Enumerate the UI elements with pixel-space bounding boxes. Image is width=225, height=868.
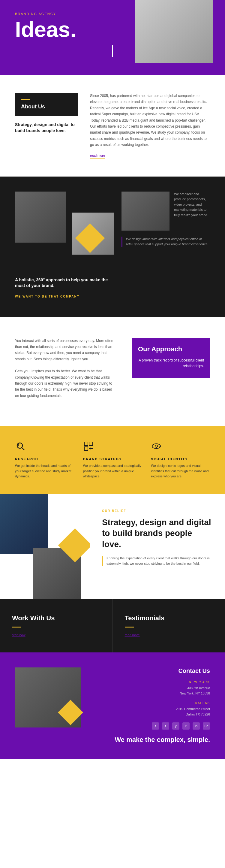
dark-section: A holistic, 360° approach to help you ma… (0, 177, 225, 317)
contact-img-wrapper (15, 668, 81, 744)
about-right: Since 2005, has partnered with hot start… (90, 93, 210, 158)
strategy-label: OUR BELIEF (102, 509, 213, 513)
contact-tagline: We make the complex, simple. (90, 736, 210, 744)
service-brand-strategy-title: BRAND STRATEGY (83, 457, 142, 461)
testimonials-read-more[interactable]: read more (125, 633, 140, 637)
about-subtitle: Strategy, design and digital to build br… (15, 122, 78, 134)
contact-title: Contact Us (90, 668, 210, 674)
pinterest-icon[interactable]: P (183, 722, 190, 730)
svg-rect-4 (84, 442, 88, 445)
instagram-icon[interactable]: in (193, 722, 200, 730)
read-more-link[interactable]: read more (90, 154, 105, 158)
testimonials-title: Testimonials (125, 614, 213, 622)
work-title: Work With Us (12, 614, 100, 622)
contact-right: Contact Us NEW YORK 303 5th Avenue New Y… (90, 668, 210, 744)
contact-new-york-label: NEW YORK (90, 680, 210, 684)
testimonials-block: Testimonials read more (113, 599, 225, 652)
dark-italic-block: We design immersive interiors and physic… (122, 237, 210, 247)
work-underline (12, 627, 21, 627)
work-block: Work With Us start now (0, 599, 113, 652)
service-research: RESEARCH We get inside the heads and hea… (15, 441, 74, 479)
svg-point-10 (155, 445, 158, 447)
about-box: About Us (15, 93, 78, 116)
dark-cta[interactable]: WE WANT TO BE THAT COMPANY (15, 295, 79, 298)
strategy-left (0, 494, 90, 599)
approach-right: Our Approach A proven track record of su… (132, 338, 210, 405)
service-brand-strategy: BRAND STRATEGY We provide a compass and … (83, 441, 142, 479)
dark-img-right (122, 191, 169, 230)
dark-img-spiral (15, 191, 66, 243)
svg-rect-6 (84, 447, 88, 451)
about-left: About Us Strategy, design and digital to… (15, 93, 78, 158)
services-grid: RESEARCH We get inside the heads and hea… (15, 441, 210, 479)
dark-grid: A holistic, 360° approach to help you ma… (15, 191, 210, 299)
research-icon (15, 441, 74, 454)
work-test-section: Work With Us start now Testimonials read… (0, 599, 225, 652)
about-section: About Us Strategy, design and digital to… (0, 75, 225, 177)
approach-box-text: A proven track record of successful clie… (138, 358, 204, 369)
approach-text1: You interact with all sorts of businesse… (15, 338, 114, 362)
services-section: RESEARCH We get inside the heads and hea… (0, 426, 225, 494)
service-research-title: RESEARCH (15, 457, 74, 461)
about-box-title: About Us (21, 103, 45, 110)
start-now-link[interactable]: start now (12, 633, 26, 637)
testimonials-underline (125, 627, 134, 627)
approach-left: You interact with all sorts of businesse… (15, 338, 114, 405)
service-visual-identity: VISUAL IDENTITY We design iconic logos a… (151, 441, 210, 479)
twitter-icon[interactable]: t (162, 722, 169, 730)
facebook-icon[interactable]: f (152, 722, 159, 730)
about-text: Since 2005, has partnered with hot start… (90, 93, 210, 148)
service-brand-strategy-text: We provide a compass and strategically p… (83, 463, 142, 479)
dark-left-heading: A holistic, 360° approach to help you ma… (15, 277, 109, 289)
dark-left: A holistic, 360° approach to help you ma… (15, 191, 109, 299)
service-research-text: We get inside the heads and hearts of yo… (15, 463, 74, 479)
strategy-section: OUR BELIEF Strategy, design and digital … (0, 494, 225, 599)
hero-divider (112, 45, 113, 57)
strategy-right: OUR BELIEF Strategy, design and digital … (90, 494, 225, 599)
contact-new-york-address: 303 5th Avenue New York, NY 10538 (90, 685, 210, 696)
behance-icon[interactable]: Be (203, 722, 210, 730)
approach-box-title: Our Approach (138, 345, 204, 353)
youtube-icon[interactable]: y (172, 722, 180, 730)
svg-line-1 (22, 448, 24, 450)
svg-rect-5 (89, 442, 93, 445)
contact-section: Contact Us NEW YORK 303 5th Avenue New Y… (0, 652, 225, 759)
contact-dallas-label: DALLAS (90, 701, 210, 705)
approach-text2: Gets you. Inspires you to do better. We … (15, 368, 114, 399)
hero-section: BRANDING AGENCY Ideas. (0, 0, 225, 75)
brand-strategy-icon (83, 441, 142, 454)
strategy-img-top (0, 494, 48, 554)
service-visual-identity-text: We design iconic logos and visual identi… (151, 463, 210, 479)
dark-right-top: We art direct and produce photoshoots, v… (122, 191, 210, 230)
svg-rect-2 (19, 443, 21, 445)
social-icons: f t y P in Be (90, 722, 210, 730)
strategy-title: Strategy, design and digital to build br… (102, 517, 213, 550)
dark-right: We art direct and produce photoshoots, v… (116, 191, 210, 299)
dark-italic-text: We design immersive interiors and physic… (126, 237, 210, 247)
approach-section: You interact with all sorts of businesse… (0, 317, 225, 426)
about-box-bar (21, 99, 30, 100)
approach-box: Our Approach A proven track record of su… (132, 338, 210, 378)
strategy-text: Knowing the expectation of every client … (102, 556, 213, 566)
svg-point-9 (152, 444, 161, 448)
service-visual-identity-title: VISUAL IDENTITY (151, 457, 210, 461)
visual-identity-icon (151, 441, 210, 454)
contact-dallas-address: 2919 Commerce Street Dallas TX 75226 (90, 707, 210, 717)
hero-person-image (135, 0, 213, 63)
dark-right-heading: We art direct and produce photoshoots, v… (174, 191, 210, 230)
hero-image (135, 0, 213, 63)
